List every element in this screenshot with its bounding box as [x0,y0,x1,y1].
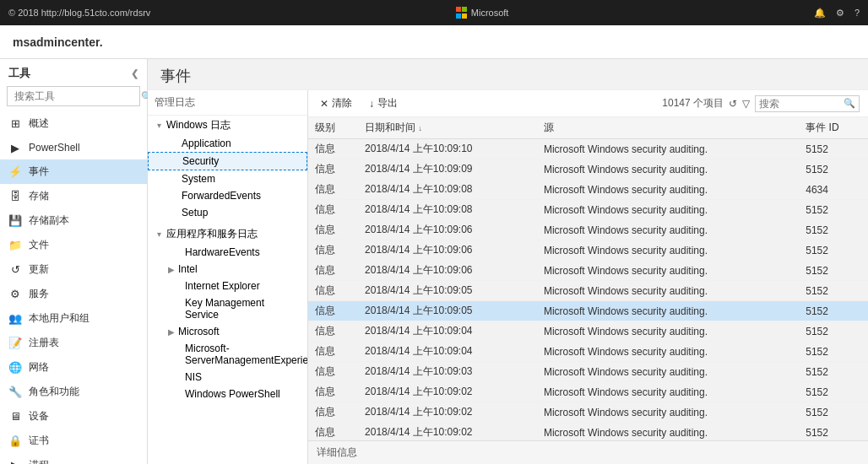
tree-item-setup[interactable]: Setup [148,204,307,221]
tree-item-system[interactable]: System [148,170,307,187]
cell-eventid: 5152 [799,240,868,261]
cell-eventid: 5152 [799,342,868,362]
search-input[interactable] [14,90,141,102]
table-row[interactable]: 信息 2018/4/14 上午10:09:02 Microsoft Window… [308,382,868,402]
sidebar-collapse-icon[interactable]: ❮ [131,68,138,79]
table-row[interactable]: 信息 2018/4/14 上午10:09:04 Microsoft Window… [308,321,868,342]
clear-button[interactable]: ✕ 清除 [317,94,355,112]
main-layout: 工具 ❮ 🔍 ⊞ 概述 ▶ PowerShell ⚡ 事件 🗄 存储 💾 存储副… [0,59,868,464]
sidebar-icon-storage: 🗄 [8,190,22,203]
tree-item-security[interactable]: Security [148,152,307,170]
sidebar-item-files[interactable]: 📁 文件 [0,233,147,257]
sidebar-label-backup: 存储副本 [29,213,69,228]
tree-label-ie: Internet Explorer [185,280,260,292]
col-datetime[interactable]: 日期和时间 ↓ [358,117,537,139]
tree-item-msme[interactable]: Microsoft-ServerManagementExperience [148,340,307,369]
sidebar-item-storage[interactable]: 🗄 存储 [0,184,147,208]
log-tree-panel: 管理日志 ▾ Windows 日志 Application Security S… [148,90,308,464]
tree-windows-logs-label: Windows 日志 [166,118,231,132]
tree-item-ie[interactable]: Internet Explorer [148,278,307,294]
table-row[interactable]: 信息 2018/4/14 上午10:09:04 Microsoft Window… [308,342,868,362]
ms-brand-label: Microsoft [471,8,509,18]
cell-source: Microsoft Windows security auditing. [537,362,799,382]
help-icon[interactable]: ? [854,8,860,18]
table-row[interactable]: 信息 2018/4/14 上午10:09:08 Microsoft Window… [308,180,868,200]
table-row[interactable]: 信息 2018/4/14 上午10:09:09 Microsoft Window… [308,159,868,180]
ms-sq-red [456,7,461,12]
table-row[interactable]: 信息 2018/4/14 上午10:09:02 Microsoft Window… [308,402,868,423]
tree-item-microsoft[interactable]: ▶ Microsoft [148,323,307,340]
cell-eventid: 5152 [799,261,868,281]
cell-level: 信息 [308,382,358,402]
sidebar-item-roles[interactable]: 🔧 角色和功能 [0,380,147,404]
event-search-input[interactable] [759,98,844,110]
sidebar-search-container[interactable]: 🔍 [7,86,140,106]
search-container[interactable]: 🔍 [755,95,860,112]
sidebar-item-devices[interactable]: 🖥 设备 [0,404,147,429]
sidebar-item-events[interactable]: ⚡ 事件 [0,159,147,184]
tree-item-application[interactable]: Application [148,135,307,152]
sidebar-item-powershell[interactable]: ▶ PowerShell [0,136,147,159]
settings-icon[interactable]: ⚙ [836,8,844,19]
tree-label-msme: Microsoft-ServerManagementExperience [185,343,308,366]
tree-label-microsoft: Microsoft [178,326,220,337]
sidebar-item-registry[interactable]: 📝 注册表 [0,331,147,355]
bell-icon[interactable]: 🔔 [814,8,826,19]
cell-level: 信息 [308,220,358,240]
col-eventid[interactable]: 事件 ID [799,117,868,139]
detail-label: 详细信息 [317,445,357,460]
cell-datetime: 2018/4/14 上午10:09:02 [358,402,537,423]
cell-level: 信息 [308,321,358,342]
event-table: 级别 日期和时间 ↓ 源 事件 ID 信息 2018/4/14 上午10:09:… [308,117,868,440]
export-button[interactable]: ↓ 导出 [366,94,401,112]
table-row[interactable]: 信息 2018/4/14 上午10:09:06 Microsoft Window… [308,240,868,261]
event-table-wrapper: 级别 日期和时间 ↓ 源 事件 ID 信息 2018/4/14 上午10:09:… [308,117,868,440]
filter-icon[interactable]: ▽ [742,98,750,110]
table-row[interactable]: 信息 2018/4/14 上午10:09:06 Microsoft Window… [308,220,868,240]
sidebar-item-services[interactable]: ⚙ 服务 [0,282,147,306]
sidebar-item-network[interactable]: 🌐 网络 [0,355,147,380]
cell-eventid: 4634 [799,180,868,200]
top-bar-right: 🔔 ⚙ ? [814,8,860,19]
tree-item-hwevents[interactable]: HardwareEvents [148,244,307,261]
table-row[interactable]: 信息 2018/4/14 上午10:09:05 Microsoft Window… [308,301,868,321]
cell-level: 信息 [308,261,358,281]
table-row[interactable]: 信息 2018/4/14 上午10:09:10 Microsoft Window… [308,139,868,159]
table-row[interactable]: 信息 2018/4/14 上午10:09:08 Microsoft Window… [308,200,868,220]
event-count-area: 10147 个项目 ↺ ▽ 🔍 [662,95,860,112]
cell-eventid: 5152 [799,402,868,423]
table-row[interactable]: 信息 2018/4/14 上午10:09:05 Microsoft Window… [308,281,868,301]
table-row[interactable]: 信息 2018/4/14 上午10:09:02 Microsoft Window… [308,423,868,441]
tree-apps-label: 应用程序和服务日志 [166,227,258,241]
cell-eventid: 5152 [799,362,868,382]
sidebar-label-files: 文件 [29,238,49,252]
cell-source: Microsoft Windows security auditing. [537,342,799,362]
tree-item-nis[interactable]: NIS [148,369,307,386]
tree-item-intel[interactable]: ▶ Intel [148,261,307,278]
tree-item-kms[interactable]: Key Management Service [148,294,307,323]
sidebar-item-processes[interactable]: ▶ 进程 [0,453,147,464]
sidebar-item-certs[interactable]: 🔒 证书 [0,429,147,453]
tree-apps-logs-group[interactable]: ▾ 应用程序和服务日志 [148,224,307,244]
sidebar-item-localusers[interactable]: 👥 本地用户和组 [0,306,147,331]
table-row[interactable]: 信息 2018/4/14 上午10:09:03 Microsoft Window… [308,362,868,382]
refresh-icon[interactable]: ↺ [729,98,737,110]
cell-datetime: 2018/4/14 上午10:09:06 [358,220,537,240]
sidebar-icon-roles: 🔧 [8,386,22,399]
sidebar-item-updates[interactable]: ↺ 更新 [0,257,147,282]
table-row[interactable]: 信息 2018/4/14 上午10:09:06 Microsoft Window… [308,261,868,281]
tree-item-forwarded[interactable]: ForwardedEvents [148,187,307,204]
cell-source: Microsoft Windows security auditing. [537,261,799,281]
cell-source: Microsoft Windows security auditing. [537,423,799,441]
tree-item-winps[interactable]: Windows PowerShell [148,386,307,402]
sidebar-item-overview[interactable]: ⊞ 概述 [0,111,147,136]
col-source[interactable]: 源 [537,117,799,139]
tree-label-nis: NIS [185,371,202,383]
tree-windows-logs-group[interactable]: ▾ Windows 日志 [148,116,307,135]
cell-datetime: 2018/4/14 上午10:09:08 [358,200,537,220]
sidebar-item-backup[interactable]: 💾 存储副本 [0,208,147,233]
col-level[interactable]: 级别 [308,117,358,139]
windows-logs-items: Application Security System ForwardedEve… [148,135,307,221]
export-label: 导出 [377,96,398,111]
sidebar-label-registry: 注册表 [29,336,59,350]
